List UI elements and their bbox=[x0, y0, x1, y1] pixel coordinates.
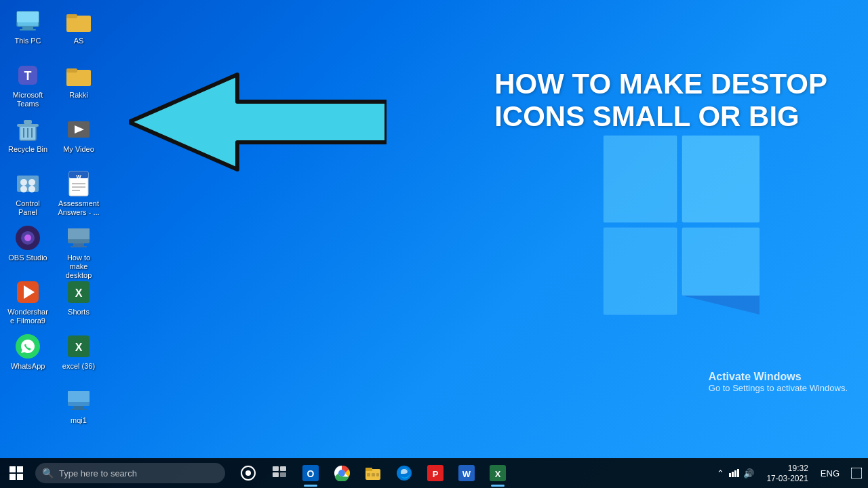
excel36-label: excel (36) bbox=[62, 362, 95, 371]
excel-taskbar[interactable]: X bbox=[483, 458, 513, 488]
word-taskbar[interactable]: W bbox=[452, 458, 481, 488]
svg-rect-51 bbox=[73, 406, 84, 409]
taskbar: 🔍 Type here to search O bbox=[0, 458, 868, 488]
desktop-icon-recycle-bin[interactable]: Recycle Bin bbox=[3, 112, 52, 166]
task-view-button[interactable] bbox=[264, 458, 294, 488]
as-label: AS bbox=[74, 37, 84, 45]
desktop-icon-teams[interactable]: T Microsoft Teams bbox=[3, 58, 52, 112]
system-clock[interactable]: 19:32 17-03-2021 bbox=[760, 458, 814, 488]
svg-point-25 bbox=[24, 235, 31, 241]
svg-rect-81 bbox=[732, 472, 734, 477]
system-tray: ⌃ 🔊 19:32 17-03-2021 ENG bbox=[711, 458, 868, 488]
svg-point-22 bbox=[28, 186, 35, 192]
network-icon bbox=[728, 467, 739, 480]
svg-rect-42 bbox=[68, 228, 90, 239]
teams-label: Microsoft Teams bbox=[6, 91, 50, 108]
clock-date: 17-03-2021 bbox=[766, 474, 808, 483]
svg-rect-14 bbox=[24, 120, 32, 124]
desktop-icon-my-video[interactable]: My Video bbox=[54, 112, 103, 166]
obs-label: OBS Studio bbox=[8, 253, 47, 262]
desktop-icons-col1: This PC T Microsoft Teams bbox=[3, 3, 52, 383]
whatsapp-icon bbox=[14, 333, 41, 360]
svg-text:W: W bbox=[76, 174, 81, 180]
svg-rect-72 bbox=[376, 473, 379, 476]
mqi1-icon bbox=[65, 387, 92, 414]
desktop-icon-shorts[interactable]: X Shorts bbox=[54, 274, 103, 329]
svg-rect-82 bbox=[734, 470, 736, 477]
chrome-taskbar[interactable] bbox=[327, 458, 357, 488]
recycle-bin-icon bbox=[14, 116, 41, 143]
desktop-icon-excel36[interactable]: X excel (36) bbox=[54, 329, 103, 383]
desktop-icon-mqi1[interactable]: mqi1 bbox=[54, 383, 103, 437]
activate-windows-notice: Activate Windows Go to Settings to activ… bbox=[709, 371, 848, 393]
svg-rect-62 bbox=[280, 472, 286, 477]
desktop-icon-control-panel[interactable]: Control Panel bbox=[3, 166, 52, 220]
start-button[interactable] bbox=[0, 458, 33, 488]
svg-text:W: W bbox=[462, 469, 471, 479]
svg-rect-55 bbox=[9, 474, 16, 480]
notification-button[interactable] bbox=[845, 458, 868, 488]
svg-point-67 bbox=[339, 470, 344, 476]
desktop-icon-this-pc[interactable]: This PC bbox=[3, 3, 52, 58]
svg-rect-70 bbox=[367, 473, 370, 476]
svg-rect-84 bbox=[851, 468, 862, 479]
language-text: ENG bbox=[821, 468, 840, 479]
desktop-icon-assessment[interactable]: W Assessment Answers - ... bbox=[54, 166, 103, 220]
svg-rect-1 bbox=[682, 136, 760, 222]
whatsapp-label: WhatsApp bbox=[11, 362, 45, 371]
svg-rect-7 bbox=[17, 12, 39, 22]
svg-text:O: O bbox=[307, 468, 315, 479]
svg-rect-59 bbox=[273, 466, 279, 471]
svg-rect-56 bbox=[17, 474, 23, 480]
svg-point-20 bbox=[28, 179, 35, 186]
svg-rect-44 bbox=[71, 246, 87, 247]
my-video-label: My Video bbox=[63, 145, 94, 154]
shorts-icon: X bbox=[65, 279, 92, 306]
edge-taskbar[interactable] bbox=[389, 458, 419, 488]
teams-icon: T bbox=[14, 62, 41, 89]
taskbar-pinned-icons: O bbox=[233, 458, 513, 488]
outlook-taskbar[interactable]: O bbox=[296, 458, 326, 488]
svg-rect-32 bbox=[66, 68, 77, 73]
mqi1-label: mqi1 bbox=[71, 416, 87, 425]
control-panel-label: Control Panel bbox=[6, 199, 50, 217]
desktop-icons-col2: AS Rakki My Video bbox=[54, 3, 103, 437]
svg-text:P: P bbox=[433, 469, 439, 479]
rakki-label: Rakki bbox=[69, 91, 88, 100]
arrow-annotation bbox=[129, 68, 387, 176]
desktop-icon-as[interactable]: AS bbox=[54, 3, 103, 58]
svg-rect-2 bbox=[604, 228, 677, 314]
as-folder-icon bbox=[65, 7, 92, 35]
svg-text:X: X bbox=[75, 342, 83, 353]
tray-icons-area[interactable]: ⌃ 🔊 bbox=[711, 458, 760, 488]
file-explorer-taskbar[interactable] bbox=[358, 458, 388, 488]
sound-icon: 🔊 bbox=[743, 468, 754, 479]
assessment-label: Assessment Answers - ... bbox=[57, 199, 100, 217]
svg-text:X: X bbox=[495, 469, 501, 479]
svg-rect-30 bbox=[66, 14, 77, 18]
svg-rect-13 bbox=[17, 124, 39, 127]
desktop-icon-whatsapp[interactable]: WhatsApp bbox=[3, 329, 52, 383]
language-indicator[interactable]: ENG bbox=[815, 458, 845, 488]
chevron-up-icon: ⌃ bbox=[717, 468, 724, 479]
desktop-icon-obs-studio[interactable]: OBS Studio bbox=[3, 220, 52, 274]
desktop-icon-filmora[interactable]: Wondershare Filmora9 bbox=[3, 274, 52, 329]
pdf-taskbar[interactable]: P bbox=[420, 458, 450, 488]
desktop-icon-how-to[interactable]: How to make desktop ico... bbox=[54, 220, 103, 274]
svg-rect-71 bbox=[372, 473, 375, 476]
svg-point-21 bbox=[20, 186, 27, 192]
desktop-icon-rakki[interactable]: Rakki bbox=[54, 58, 103, 112]
svg-rect-9 bbox=[20, 29, 36, 30]
search-bar[interactable]: 🔍 Type here to search bbox=[35, 463, 225, 483]
svg-rect-61 bbox=[273, 472, 279, 477]
svg-point-58 bbox=[245, 470, 251, 476]
svg-marker-5 bbox=[129, 75, 387, 169]
svg-text:X: X bbox=[75, 287, 83, 299]
svg-rect-53 bbox=[9, 466, 16, 472]
svg-rect-69 bbox=[366, 468, 372, 471]
cortana-button[interactable] bbox=[233, 458, 263, 488]
excel36-icon: X bbox=[65, 333, 92, 360]
svg-marker-4 bbox=[682, 296, 760, 314]
control-panel-icon bbox=[14, 170, 41, 197]
svg-rect-80 bbox=[729, 473, 731, 477]
